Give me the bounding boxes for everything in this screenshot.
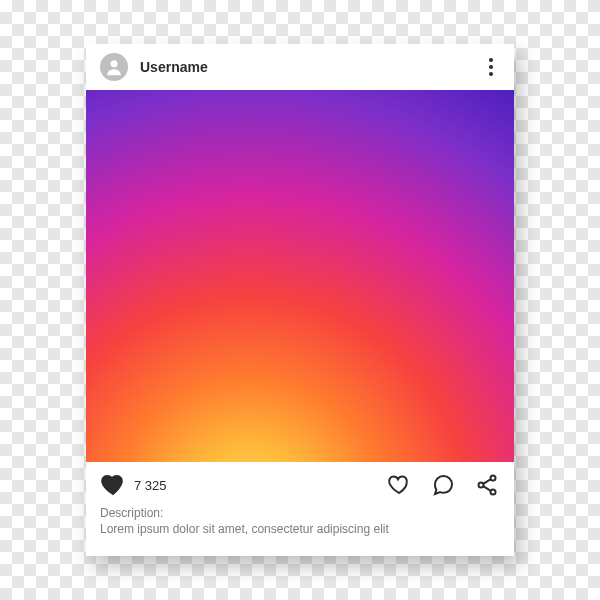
comment-button[interactable] bbox=[430, 472, 456, 498]
more-options-button[interactable] bbox=[482, 58, 500, 76]
heart-filled-icon bbox=[101, 473, 125, 497]
social-post-card: Username 7 325 bbox=[86, 44, 514, 556]
svg-line-5 bbox=[483, 486, 491, 491]
username-label[interactable]: Username bbox=[140, 59, 470, 75]
description-text: Lorem ipsum dolor sit amet, consectetur … bbox=[100, 522, 500, 538]
like-count: 7 325 bbox=[134, 478, 167, 493]
like-summary: 7 325 bbox=[100, 472, 376, 498]
svg-point-1 bbox=[491, 476, 496, 481]
action-buttons bbox=[386, 472, 500, 498]
description-label: Description: bbox=[100, 506, 500, 520]
post-media[interactable] bbox=[86, 90, 514, 462]
dot-icon bbox=[489, 72, 493, 76]
svg-point-0 bbox=[111, 61, 118, 68]
dot-icon bbox=[489, 58, 493, 62]
user-icon bbox=[104, 57, 124, 77]
svg-point-2 bbox=[479, 483, 484, 488]
svg-line-4 bbox=[483, 479, 491, 484]
post-header: Username bbox=[86, 44, 514, 90]
share-icon bbox=[475, 473, 499, 497]
dot-icon bbox=[489, 65, 493, 69]
description-block: Description: Lorem ipsum dolor sit amet,… bbox=[86, 502, 514, 556]
avatar[interactable] bbox=[100, 53, 128, 81]
share-button[interactable] bbox=[474, 472, 500, 498]
comment-icon bbox=[431, 473, 455, 497]
likes-indicator bbox=[100, 472, 126, 498]
like-button[interactable] bbox=[386, 472, 412, 498]
heart-outline-icon bbox=[387, 473, 411, 497]
svg-point-3 bbox=[491, 490, 496, 495]
post-actions: 7 325 bbox=[86, 462, 514, 502]
